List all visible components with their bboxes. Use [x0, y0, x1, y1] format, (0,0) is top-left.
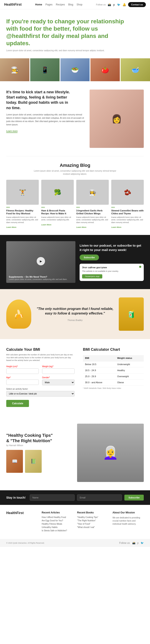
about-text: We are dedicated to providing crucial nu…	[112, 516, 144, 526]
footer-follow-text: Follow us	[119, 542, 130, 544]
watch-more-button[interactable]: Посмотреть еще	[82, 274, 102, 278]
strip-image-5: 🥣	[120, 58, 150, 81]
weight-status-col-header: Weight status	[115, 355, 144, 361]
lifestyle-text: It's time to kick start a new lifestyle.…	[6, 90, 86, 133]
activity-factor-field: Select an activity factor: Little or no …	[6, 388, 74, 396]
bmi-chart: BMI Calculator Chart BMI Weight status B…	[83, 348, 144, 407]
footer-logo: HealthFirst	[6, 511, 38, 515]
blog-learn-more-4[interactable]: Learn More	[111, 226, 122, 228]
blog-learn-more-2[interactable]: Learn More	[41, 224, 52, 226]
nav-recipes[interactable]: Recipes	[56, 3, 65, 6]
bmi-table-note: * BMR Metabolic Rate / BMI Body Mass Ind…	[83, 387, 144, 389]
book-cover-1: 📖	[6, 450, 23, 473]
lifestyle-heading: It's time to kick start a new lifestyle.…	[6, 90, 86, 110]
about-title: About Our Mission	[112, 511, 144, 514]
blog-card-1: 🏋️ 2021 Fitness Recipes: Healthy Food fo…	[6, 180, 39, 229]
blog-subtitle: Lorem ipsum dolor sit amet, consectetur …	[33, 169, 117, 176]
bmi-description: BMI calculator generates the number of c…	[6, 354, 74, 362]
author-person-icon: 👩‍🦳	[77, 424, 144, 482]
bmi-age-field: Age*	[6, 376, 39, 385]
lifestyle-body: Lorem ipsum dolor sit amet, consectetur …	[6, 113, 86, 126]
bmi-value-underweight: Below 18.5	[83, 361, 115, 368]
blog-card-4: 🫘 2021 Stewed Cannellini Beans with Chil…	[111, 180, 144, 229]
blog-excerpt-2: Kaese adipisicib lorem ipso dolor sit am…	[41, 216, 74, 221]
blog-excerpt-4: Kaese adipisicib lorem ipso dolor sit am…	[111, 216, 144, 224]
books-text: "Healthy Cooking Tips" & "The Right Nutr…	[6, 432, 73, 473]
podcast-right: Listen to our podcast, or subscribe to g…	[80, 243, 144, 281]
book-4[interactable]: "What should I eat"	[77, 526, 108, 528]
pinterest-icon[interactable]: 𝕡	[113, 3, 115, 6]
footer-pinterest-icon[interactable]: 𝕡	[137, 542, 139, 544]
books-title-1: "Healthy Cooking Tips"	[6, 433, 53, 438]
lifestyle-learn-more[interactable]: Learn more	[6, 130, 18, 133]
calculate-button[interactable]: Calculate	[6, 400, 29, 407]
blog-tag-3: 2021	[76, 206, 109, 208]
banana-decoration: 🍌	[6, 300, 31, 329]
blog-excerpt-1: Kaese adipisicib lorem ipso dolor sit am…	[6, 216, 39, 224]
nav-logo[interactable]: HealthFirst	[4, 3, 22, 6]
person-cooking-icon: 👨‍🍳	[0, 58, 30, 81]
bmi-status-obese: Obese	[115, 380, 144, 386]
weight-label: Weight (kg)*	[42, 365, 74, 368]
subscribe-button[interactable]: Subscribe	[80, 254, 99, 260]
blog-card-image-1: 🏋️	[6, 180, 39, 205]
blog-learn-more-1[interactable]: Learn More	[6, 226, 16, 228]
blog-tag-2: 2021	[41, 206, 74, 208]
bmi-height-weight-row: Height (cm)* Weight (kg)*	[6, 365, 74, 374]
bmi-row-healthy: 18.5 - 24.9 Healthy	[83, 368, 144, 374]
gender-select[interactable]: Male Female	[42, 380, 74, 385]
recent-articles-list: How I Afford Healthy Food Are Egg Good f…	[42, 516, 73, 532]
instagram-icon[interactable]: 📸	[108, 3, 111, 6]
bmi-weight-field: Weight (kg)*	[42, 365, 74, 374]
age-input[interactable]	[6, 380, 39, 385]
strip-image-3: 🥗	[60, 58, 90, 81]
blog-learn-more-3[interactable]: Learn More	[76, 226, 86, 228]
height-input[interactable]	[6, 368, 39, 374]
bmi-calculator: Calculate Your BMI BMI calculator genera…	[6, 348, 74, 407]
testimonial-center: "The only nutrition program that I found…	[36, 306, 114, 322]
follow-text: Follow us	[96, 3, 106, 6]
vegetables-icon: 🍅	[90, 58, 120, 81]
nav-blog[interactable]: Blog	[68, 3, 73, 6]
article-3[interactable]: Healthy Fitness Meals	[42, 523, 73, 525]
nav-links: Home Pages Recipes Blog Shop	[35, 3, 82, 6]
twitter-icon[interactable]: 🐦	[117, 3, 120, 6]
bmi-status-healthy: Healthy	[115, 368, 144, 374]
bell-icon[interactable]: 🔔	[122, 3, 126, 6]
footer-brand: HealthFirst	[6, 511, 38, 533]
newsletter-name-input[interactable]	[30, 494, 74, 501]
article-5[interactable]: Is Stevia Safe or Addictive?	[42, 530, 73, 532]
footer-twitter-icon[interactable]: 🐦	[140, 542, 144, 544]
book-2[interactable]: "The Right Nutrition"	[77, 520, 108, 522]
hero-headline-part1: If you're ready to change your relations…	[6, 18, 124, 32]
book-3[interactable]: "Year of Food"	[77, 523, 108, 525]
newsletter-email-input[interactable]	[77, 494, 122, 501]
bmi-status-underweight: Underweight	[115, 361, 144, 368]
hero-headline: If you're ready to change your relations…	[6, 18, 127, 47]
blog-title-1: Fitness Recipes: Healthy Food for Any Wo…	[6, 209, 39, 215]
height-label: Height (cm)*	[6, 365, 39, 368]
play-button[interactable]: ▶	[37, 257, 45, 265]
nav-home[interactable]: Home	[35, 3, 42, 6]
blog-card-image-4: 🫘	[111, 180, 144, 205]
newsletter-subscribe-button[interactable]: Subscribe	[124, 495, 144, 500]
activity-label: Select an activity factor:	[6, 388, 74, 390]
weight-input[interactable]	[42, 368, 74, 374]
bmi-value-healthy: 18.5 - 24.9	[83, 368, 115, 374]
contact-button[interactable]: Contact us	[128, 2, 146, 7]
blog-title: Amazing Blog	[6, 163, 144, 168]
nav-pages[interactable]: Pages	[46, 3, 52, 6]
podcast-section: ▶ Supplements – Do We Need Them? Lorem i…	[0, 235, 150, 289]
nav-shop[interactable]: Shop	[77, 3, 82, 6]
author-portrait: 👩‍🦳	[77, 424, 144, 482]
podcast-subtitle: Lorem ipsum dolor sit amet, consectetur …	[9, 278, 67, 280]
article-1[interactable]: How I Afford Healthy Food	[42, 516, 73, 518]
article-2[interactable]: Are Egg Good for You?	[42, 520, 73, 522]
book-1[interactable]: "Healthy Cooking Tips"	[77, 516, 108, 518]
article-4[interactable]: Unhealthy Habits	[42, 526, 73, 528]
footer-instagram-icon[interactable]: 📸	[132, 542, 136, 544]
bmi-row-obese: 30.0 - and Above Obese	[83, 380, 144, 386]
activity-select[interactable]: Little or no Exercise / desk job Light E…	[6, 391, 74, 396]
widget-title: Этот сайтне доступен	[82, 266, 141, 269]
salad-bowl-icon: 🥗	[60, 58, 90, 81]
